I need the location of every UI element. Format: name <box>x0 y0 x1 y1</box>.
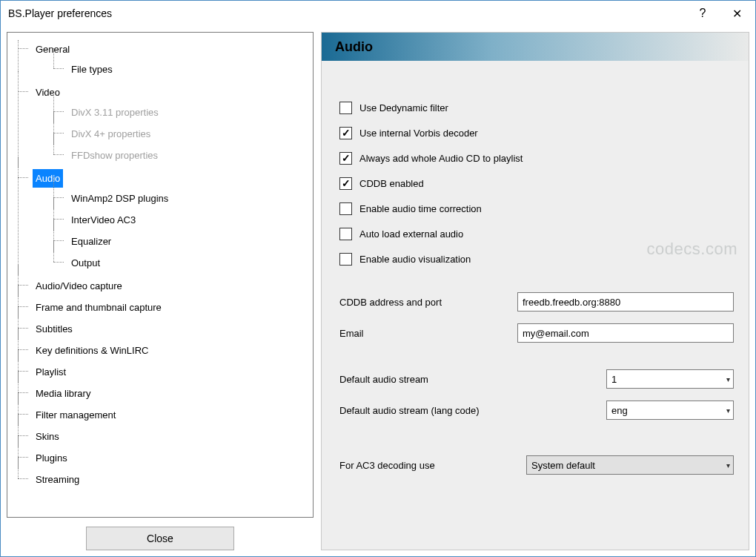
chevron-down-icon: ▾ <box>726 461 730 469</box>
default-stream-row: Default audio stream 1 ▾ <box>339 363 734 395</box>
tree-label[interactable]: Frame and thumbnail capture <box>33 298 165 317</box>
tree-item[interactable]: DivX 4+ properties <box>53 123 307 145</box>
window-title: BS.Player preferences <box>8 7 686 19</box>
tree-item[interactable]: File types <box>53 59 307 80</box>
tree-label[interactable]: Playlist <box>33 363 69 381</box>
cddb-address-row: CDDB address and port <box>339 286 734 317</box>
preferences-window: BS.Player preferences ? ✕ GeneralFile ty… <box>0 0 756 557</box>
tree-label[interactable]: Streaming <box>33 470 82 489</box>
tree-item[interactable]: Output <box>53 252 307 274</box>
default-lang-value: eng <box>611 405 628 416</box>
tree-label[interactable]: DivX 3.11 properties <box>68 103 162 122</box>
close-row: Close <box>7 518 314 550</box>
checkbox[interactable] <box>339 228 352 240</box>
tree-label[interactable]: FFDshow properties <box>68 146 161 165</box>
window-close-button[interactable]: ✕ <box>720 2 754 24</box>
checkbox-label: Use Dedynamic filter <box>359 102 448 113</box>
ac3-row: For AC3 decoding use System default ▾ <box>339 449 734 481</box>
default-stream-select[interactable]: 1 ▾ <box>606 369 734 389</box>
tree-item[interactable]: Subtitles <box>18 318 307 340</box>
checkbox[interactable] <box>339 177 352 190</box>
left-column: GeneralFile typesVideoDivX 3.11 properti… <box>7 32 314 550</box>
tree-label[interactable]: Video <box>33 83 63 102</box>
tree-item[interactable]: Playlist <box>18 361 307 383</box>
checkbox-row: Enable audio time correction <box>339 196 734 221</box>
checkbox-row: Use Dedynamic filter <box>339 95 734 120</box>
tree-label[interactable]: Audio/Video capture <box>33 277 125 295</box>
default-lang-row: Default audio stream (lang code) eng ▾ <box>339 395 734 426</box>
close-button[interactable]: Close <box>86 527 234 550</box>
tree-item[interactable]: Streaming <box>18 469 307 490</box>
category-tree[interactable]: GeneralFile typesVideoDivX 3.11 properti… <box>7 32 314 518</box>
checkbox-label: Auto load external audio <box>359 228 463 240</box>
email-label: Email <box>339 328 517 339</box>
panel-title: Audio <box>322 33 749 61</box>
default-stream-label: Default audio stream <box>339 374 606 385</box>
panel-body: Use Dedynamic filterUse internal Vorbis … <box>322 61 749 550</box>
cddb-address-input[interactable] <box>517 292 734 312</box>
tree-item[interactable]: Media library <box>18 383 307 404</box>
content-area: GeneralFile typesVideoDivX 3.11 properti… <box>1 26 755 556</box>
email-row: Email <box>339 317 734 349</box>
tree-item[interactable]: Filter management <box>18 404 307 426</box>
checkbox-label: Always add whole Audio CD to playlist <box>359 153 523 164</box>
tree-item[interactable]: DivX 3.11 properties <box>53 102 307 123</box>
default-stream-value: 1 <box>611 374 617 385</box>
tree-label[interactable]: Filter management <box>33 406 119 424</box>
tree-item[interactable]: Audio/Video capture <box>18 275 307 297</box>
titlebar: BS.Player preferences ? ✕ <box>1 1 755 26</box>
ac3-value: System default <box>531 460 595 471</box>
checkbox-label: Use internal Vorbis decoder <box>359 128 478 139</box>
tree-item[interactable]: InterVideo AC3 <box>53 209 307 231</box>
checkbox[interactable] <box>339 127 352 139</box>
email-input[interactable] <box>517 323 734 343</box>
checkbox-row: Use internal Vorbis decoder <box>339 120 734 145</box>
tree-item[interactable]: Key definitions & WinLIRC <box>18 340 307 361</box>
checkbox-row: Auto load external audio <box>339 221 734 246</box>
tree-item[interactable]: Frame and thumbnail capture <box>18 297 307 318</box>
tree-item[interactable]: WinAmp2 DSP plugins <box>53 188 307 209</box>
checkbox-label: Enable audio visualization <box>359 254 471 265</box>
help-button[interactable]: ? <box>686 2 720 24</box>
checkbox[interactable] <box>339 202 352 215</box>
tree-label[interactable]: Subtitles <box>33 320 76 338</box>
default-lang-label: Default audio stream (lang code) <box>339 405 606 416</box>
ac3-label: For AC3 decoding use <box>339 460 526 471</box>
checkbox-label: Enable audio time correction <box>359 203 482 214</box>
tree-label[interactable]: Plugins <box>33 449 70 467</box>
ac3-select[interactable]: System default ▾ <box>526 455 734 475</box>
tree-label[interactable]: Output <box>68 254 103 272</box>
cddb-address-label: CDDB address and port <box>339 297 517 308</box>
tree-item[interactable]: FFDshow properties <box>53 145 307 166</box>
checkbox-label: CDDB enabled <box>359 178 424 189</box>
tree-label[interactable]: File types <box>68 60 116 79</box>
tree-item[interactable]: GeneralFile types <box>18 39 307 82</box>
tree-item[interactable]: VideoDivX 3.11 propertiesDivX 4+ propert… <box>18 82 307 168</box>
tree-label[interactable]: InterVideo AC3 <box>68 211 139 229</box>
checkbox-row: Always add whole Audio CD to playlist <box>339 145 734 171</box>
tree-label[interactable]: Audio <box>33 169 63 188</box>
tree-item[interactable]: AudioWinAmp2 DSP pluginsInterVideo AC3Eq… <box>18 168 307 275</box>
default-lang-select[interactable]: eng ▾ <box>606 401 734 420</box>
tree-label[interactable]: Media library <box>33 384 93 403</box>
settings-panel: Audio Use Dedynamic filterUse internal V… <box>321 32 749 550</box>
tree-label[interactable]: WinAmp2 DSP plugins <box>68 189 171 208</box>
tree-item[interactable]: Skins <box>18 426 307 447</box>
tree-item[interactable]: Plugins <box>18 447 307 469</box>
checkbox-row: CDDB enabled <box>339 171 734 196</box>
checkbox[interactable] <box>339 253 352 266</box>
tree-label[interactable]: Key definitions & WinLIRC <box>33 341 151 360</box>
tree-label[interactable]: DivX 4+ properties <box>68 125 153 143</box>
checkbox[interactable] <box>339 152 352 165</box>
chevron-down-icon: ▾ <box>726 406 730 415</box>
tree-item[interactable]: Equalizer <box>53 231 307 252</box>
tree-label[interactable]: Equalizer <box>68 232 114 251</box>
chevron-down-icon: ▾ <box>726 375 730 383</box>
checkbox[interactable] <box>339 102 352 114</box>
tree-label[interactable]: Skins <box>33 427 62 446</box>
checkbox-row: Enable audio visualization <box>339 246 734 271</box>
